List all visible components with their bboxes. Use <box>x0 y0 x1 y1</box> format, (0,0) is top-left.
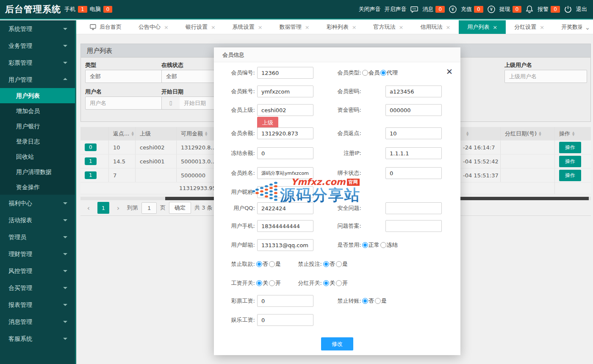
sidebar-item-add-member[interactable]: 增加会员 <box>0 103 75 119</box>
radio-icon[interactable] <box>362 242 368 248</box>
tab-official-play[interactable]: 官方玩法× <box>365 20 412 34</box>
rebate-input[interactable] <box>385 127 442 139</box>
answer-input[interactable] <box>385 220 442 232</box>
radio-icon[interactable] <box>323 261 329 267</box>
sidebar-item-admin[interactable]: 管理员 <box>0 229 75 245</box>
sidebar-item-user-list[interactable]: 用户列表 <box>0 88 75 103</box>
entertain-salary-input[interactable] <box>257 314 313 326</box>
balance-input[interactable] <box>257 127 313 139</box>
tab-announcement[interactable]: 公告中心× <box>130 20 177 34</box>
sub-count-badge[interactable]: 1 <box>85 157 97 165</box>
sidebar-item-customer-service[interactable]: 客服系统 <box>0 330 75 347</box>
salary-switch-radios[interactable]: 关 开 <box>256 277 282 289</box>
email-input[interactable] <box>257 239 313 251</box>
tab-more-chevron-icon[interactable]: ⌄ <box>582 20 593 34</box>
sidebar-item-lottery[interactable]: 彩票管理 <box>0 54 75 71</box>
close-icon[interactable]: × <box>305 24 310 30</box>
row-action-button[interactable]: 操作 <box>559 142 581 153</box>
radio-icon[interactable] <box>336 280 342 286</box>
real-name-input[interactable] <box>257 167 313 179</box>
reg-ip-input[interactable] <box>385 147 442 159</box>
sidebar-item-user-bank[interactable]: 用户银行 <box>0 119 75 134</box>
col-time[interactable]: ▲▼ <box>462 127 501 140</box>
fund-password-input[interactable] <box>385 104 442 116</box>
sidebar-item-login-log[interactable]: 登录日志 <box>0 134 75 149</box>
recharge-link[interactable]: 充值0 <box>461 6 483 13</box>
page-number-button[interactable]: 1 <box>97 202 109 214</box>
sidebar-item-user-cleanup[interactable]: 用户清理数据 <box>0 164 75 179</box>
message-icon[interactable] <box>410 5 418 14</box>
goto-confirm-button[interactable]: 确定 <box>169 202 191 214</box>
nickname-input[interactable] <box>257 186 313 198</box>
username-input[interactable]: 用户名 <box>85 97 163 110</box>
tab-lottery-list[interactable]: 彩种列表× <box>318 20 365 34</box>
radio-icon[interactable] <box>380 242 386 248</box>
close-icon[interactable]: × <box>399 24 404 30</box>
member-parent-input[interactable] <box>257 104 313 116</box>
alarm-bell-icon[interactable] <box>525 5 534 14</box>
alarm-link[interactable]: 报警0 <box>538 6 560 13</box>
no-bet-radios[interactable]: 否 是 <box>323 258 349 270</box>
tab-credit-play[interactable]: 信用玩法× <box>412 20 459 34</box>
sub-count-badge[interactable]: 1 <box>85 171 97 179</box>
prev-page-button[interactable]: ‹ <box>83 202 94 213</box>
parent-button[interactable]: 上级 <box>257 117 278 129</box>
dividend-switch-radios[interactable]: 关 开 <box>323 277 349 289</box>
sidebar-item-welfare[interactable]: 福利中心 <box>0 195 75 212</box>
radio-icon[interactable] <box>256 261 262 267</box>
account-input[interactable] <box>257 85 313 97</box>
password-input[interactable] <box>385 85 442 97</box>
radio-icon[interactable] <box>323 280 329 286</box>
sidebar-item-business[interactable]: 业务管理 <box>0 37 75 54</box>
lottery-salary-input[interactable] <box>257 295 313 307</box>
row-action-button[interactable]: 操作 <box>559 156 581 167</box>
sub-count-badge[interactable]: 0 <box>85 143 97 151</box>
close-icon[interactable]: × <box>352 24 357 30</box>
close-icon[interactable]: × <box>164 24 169 30</box>
radio-icon[interactable] <box>336 261 342 267</box>
power-icon[interactable] <box>564 5 572 14</box>
qq-input[interactable] <box>257 202 313 214</box>
close-icon[interactable]: × <box>446 24 450 30</box>
sort-icon[interactable]: ▲▼ <box>205 131 207 136</box>
radio-icon[interactable] <box>256 280 262 286</box>
tab-data-mgmt[interactable]: 数据管理× <box>271 20 318 34</box>
sidebar-item-system[interactable]: 系统管理 <box>0 20 75 37</box>
logout-link[interactable]: 退出 <box>576 6 587 13</box>
disabled-radios[interactable]: 正常 冻结 <box>362 239 399 251</box>
type-select[interactable]: 全部 <box>85 70 163 83</box>
close-sound-link[interactable]: 关闭声音 <box>358 6 380 13</box>
sort-icon[interactable]: ▲▼ <box>539 131 541 136</box>
col-action[interactable]: 操作▲▼ <box>555 127 591 140</box>
radio-icon[interactable] <box>269 280 275 286</box>
next-page-button[interactable]: › <box>113 202 124 213</box>
withdraw-link[interactable]: 提现0 <box>499 6 522 13</box>
sort-icon[interactable]: ▲▼ <box>572 131 574 136</box>
no-withdraw-radios[interactable]: 否 是 <box>256 258 282 270</box>
calendar-icon[interactable]: ▯ <box>161 97 180 110</box>
security-question-input[interactable] <box>385 202 442 214</box>
radio-icon[interactable] <box>380 70 386 76</box>
tab-dividend-settings[interactable]: 分红设置× <box>506 20 553 34</box>
sidebar-item-group-buy[interactable]: 合买管理 <box>0 279 75 296</box>
member-no-input[interactable] <box>257 67 313 79</box>
sidebar-item-finance[interactable]: 理财管理 <box>0 245 75 262</box>
phone-input[interactable] <box>257 220 313 232</box>
sidebar-item-fund-ops[interactable]: 资金操作 <box>0 179 75 195</box>
tab-user-list[interactable]: 用户列表× <box>459 20 506 34</box>
recharge-icon[interactable]: ¥ <box>449 5 457 14</box>
tab-bank-settings[interactable]: 银行设置× <box>177 20 224 34</box>
sidebar-item-report[interactable]: 报表管理 <box>0 296 75 313</box>
withdraw-icon[interactable]: ¥ <box>487 5 496 14</box>
tab-system-settings[interactable]: 系统设置× <box>224 20 271 34</box>
close-icon[interactable]: × <box>540 24 544 30</box>
sort-icon[interactable]: ▲▼ <box>131 131 133 136</box>
radio-icon[interactable] <box>269 261 275 267</box>
open-sound-link[interactable]: 开启声音 <box>384 6 406 13</box>
frozen-input[interactable] <box>257 147 313 159</box>
radio-icon[interactable] <box>362 70 368 76</box>
goto-page-input[interactable] <box>141 202 157 214</box>
sidebar-item-activity-report[interactable]: 活动报表 <box>0 212 75 229</box>
col-dividend-date[interactable]: 分红日期(号)▲▼ <box>501 127 555 140</box>
no-transfer-radios[interactable]: 否 是 <box>362 295 388 307</box>
